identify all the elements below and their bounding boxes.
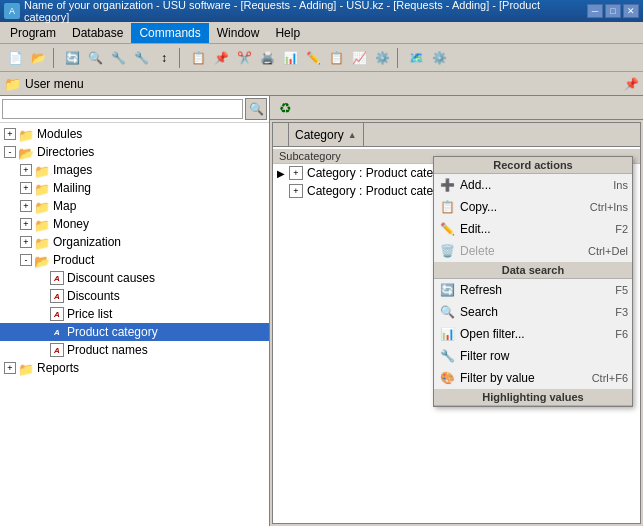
toolbar-print[interactable]: 🖨️ — [256, 47, 278, 69]
row-indicator-header — [273, 123, 289, 146]
category-header-label: Category — [295, 128, 344, 142]
ctx-refresh[interactable]: 🔄 Refresh F5 — [434, 279, 632, 301]
sidebar-item-directories[interactable]: - 📂 Directories — [0, 143, 269, 161]
user-menu-label: User menu — [25, 77, 623, 91]
ctx-section-highlighting: Highlighting values — [434, 389, 632, 406]
product-expand[interactable]: - — [20, 254, 32, 266]
main-area: 🔍 + 📁 Modules - 📂 Directories + 📁 Images — [0, 96, 643, 526]
sidebar-item-images[interactable]: + 📁 Images — [0, 161, 269, 179]
delete-icon: 🗑️ — [438, 242, 456, 260]
search-input[interactable] — [2, 99, 243, 119]
reports-expand[interactable]: + — [4, 362, 16, 374]
toolbar-edit[interactable]: ✏️ — [302, 47, 324, 69]
sidebar-item-product[interactable]: - 📂 Product — [0, 251, 269, 269]
ctx-delete-label: Delete — [460, 244, 584, 258]
org-expand[interactable]: + — [20, 236, 32, 248]
sidebar-item-modules[interactable]: + 📁 Modules — [0, 125, 269, 143]
pl-placeholder — [36, 308, 48, 320]
toolbar-new[interactable]: 📄 — [4, 47, 26, 69]
ctx-delete-shortcut: Ctrl+Del — [588, 245, 628, 257]
price-list-doc-icon: A — [50, 307, 64, 321]
sidebar-item-reports[interactable]: + 📁 Reports — [0, 359, 269, 377]
ctx-search-label: Search — [460, 305, 611, 319]
ctx-filter-by-value-label: Filter by value — [460, 371, 588, 385]
map-expand[interactable]: + — [20, 200, 32, 212]
menu-program[interactable]: Program — [2, 23, 64, 43]
toolbar-settings[interactable]: ⚙️ — [371, 47, 393, 69]
ctx-filter-row-label: Filter row — [460, 349, 624, 363]
discounts-placeholder — [36, 290, 48, 302]
row-expand-2[interactable]: + — [289, 184, 303, 198]
toolbar-chart[interactable]: 📈 — [348, 47, 370, 69]
toolbar-cut[interactable]: ✂️ — [233, 47, 255, 69]
search-button[interactable]: 🔍 — [245, 98, 267, 120]
sidebar-item-product-category[interactable]: A Product category — [0, 323, 269, 341]
sidebar-item-organization[interactable]: + 📁 Organization — [0, 233, 269, 251]
toolbar-filter[interactable]: 🔧 — [107, 47, 129, 69]
sidebar-item-mailing[interactable]: + 📁 Mailing — [0, 179, 269, 197]
images-expand[interactable]: + — [20, 164, 32, 176]
mailing-folder-icon: 📁 — [34, 182, 50, 194]
product-category-label: Product category — [67, 325, 158, 339]
toolbar-refresh[interactable]: 🔄 — [61, 47, 83, 69]
toolbar-table[interactable]: 📋 — [325, 47, 347, 69]
product-folder-icon: 📂 — [34, 254, 50, 266]
user-menu-bar: 📁 User menu 📌 — [0, 72, 643, 96]
sidebar-item-money[interactable]: + 📁 Money — [0, 215, 269, 233]
row-arrow-1: ▶ — [273, 168, 289, 179]
menu-help[interactable]: Help — [267, 23, 308, 43]
toolbar-open[interactable]: 📂 — [27, 47, 49, 69]
toolbar-search[interactable]: 🔍 — [84, 47, 106, 69]
ctx-filter-by-value[interactable]: 🎨 Filter by value Ctrl+F6 — [434, 367, 632, 389]
mailing-expand[interactable]: + — [20, 182, 32, 194]
org-label: Organization — [53, 235, 121, 249]
pin-button[interactable]: 📌 — [623, 76, 639, 92]
toolbar-export[interactable]: 📊 — [279, 47, 301, 69]
content-refresh-button[interactable]: ♻ — [274, 97, 296, 119]
category-column-header[interactable]: Category ▲ — [289, 123, 364, 146]
ctx-edit[interactable]: ✏️ Edit... F2 — [434, 218, 632, 240]
toolbar-more[interactable]: ⚙️ — [428, 47, 450, 69]
toolbar: 📄 📂 🔄 🔍 🔧 🔧 ↕️ 📋 📌 ✂️ 🖨️ 📊 ✏️ 📋 📈 ⚙️ 🗺️ … — [0, 44, 643, 72]
map-folder-icon: 📁 — [34, 200, 50, 212]
sidebar-item-product-names[interactable]: A Product names — [0, 341, 269, 359]
ctx-search[interactable]: 🔍 Search F3 — [434, 301, 632, 323]
row-expand-1[interactable]: + — [289, 166, 303, 180]
product-names-label: Product names — [67, 343, 148, 357]
sidebar-search-bar: 🔍 — [0, 96, 269, 123]
money-label: Money — [53, 217, 89, 231]
modules-expand[interactable]: + — [4, 128, 16, 140]
window-controls[interactable]: ─ □ ✕ — [587, 4, 639, 18]
ctx-filter-row[interactable]: 🔧 Filter row — [434, 345, 632, 367]
filter-icon: 📊 — [438, 325, 456, 343]
dc-placeholder — [36, 272, 48, 284]
ctx-search-shortcut: F3 — [615, 306, 628, 318]
toolbar-sep-2 — [179, 48, 183, 68]
money-expand[interactable]: + — [20, 218, 32, 230]
maximize-button[interactable]: □ — [605, 4, 621, 18]
minimize-button[interactable]: ─ — [587, 4, 603, 18]
menu-database[interactable]: Database — [64, 23, 131, 43]
toolbar-filter2[interactable]: 🔧 — [130, 47, 152, 69]
data-header: Category ▲ — [273, 123, 640, 147]
ctx-open-filter[interactable]: 📊 Open filter... F6 — [434, 323, 632, 345]
directories-label: Directories — [37, 145, 94, 159]
sidebar-item-discounts[interactable]: A Discounts — [0, 287, 269, 305]
toolbar-sort[interactable]: ↕️ — [153, 47, 175, 69]
reports-folder-icon: 📁 — [18, 362, 34, 374]
ctx-add[interactable]: ➕ Add... Ins — [434, 174, 632, 196]
toolbar-map[interactable]: 🗺️ — [405, 47, 427, 69]
close-button[interactable]: ✕ — [623, 4, 639, 18]
menu-commands[interactable]: Commands — [131, 23, 208, 43]
sidebar-item-price-list[interactable]: A Price list — [0, 305, 269, 323]
menu-window[interactable]: Window — [209, 23, 268, 43]
sidebar-item-map[interactable]: + 📁 Map — [0, 197, 269, 215]
toolbar-paste[interactable]: 📌 — [210, 47, 232, 69]
modules-label: Modules — [37, 127, 82, 141]
sidebar-item-discount-causes[interactable]: A Discount causes — [0, 269, 269, 287]
directories-expand[interactable]: - — [4, 146, 16, 158]
title-bar: A Name of your organization - USU softwa… — [0, 0, 643, 22]
ctx-section-data-search: Data search — [434, 262, 632, 279]
toolbar-copy[interactable]: 📋 — [187, 47, 209, 69]
ctx-copy[interactable]: 📋 Copy... Ctrl+Ins — [434, 196, 632, 218]
